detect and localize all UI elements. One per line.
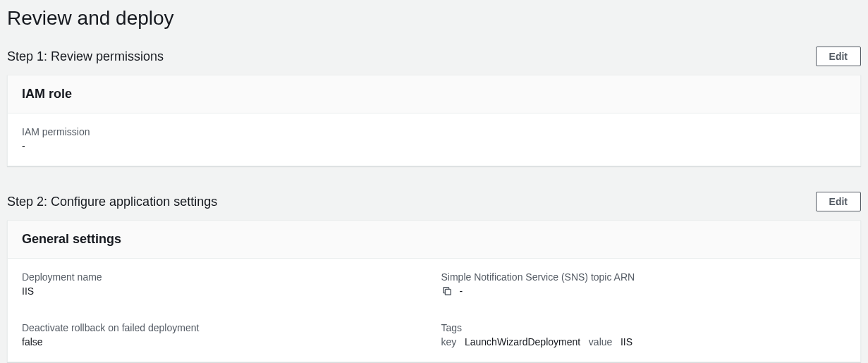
tags-value-line: key LaunchWizardDeployment value IIS [441,336,847,347]
step1-edit-button[interactable]: Edit [816,47,861,66]
iam-role-panel-body: IAM permission - [8,113,860,166]
deployment-name-value: IIS [22,285,427,297]
rollback-label: Deactivate rollback on failed deployment [22,322,427,333]
tags-key-prefix: key [441,336,457,347]
deployment-name-label: Deployment name [22,271,427,283]
copy-icon[interactable] [441,285,453,297]
sns-topic-group: Simple Notification Service (SNS) topic … [441,271,847,297]
step2-edit-button[interactable]: Edit [816,192,861,211]
step2-header: Step 2: Configure application settings E… [7,192,861,211]
svg-rect-0 [445,289,451,295]
deployment-name-group: Deployment name IIS [22,271,427,297]
tags-value-prefix: value [589,336,612,347]
general-settings-panel-header: General settings [8,221,860,259]
rollback-group: Deactivate rollback on failed deployment… [22,322,427,347]
sns-topic-value: - [460,285,463,297]
iam-role-panel: IAM role IAM permission - [7,75,861,166]
general-settings-panel-body: Deployment name IIS Simple Notification … [8,259,860,362]
tags-group: Tags key LaunchWizardDeployment value II… [441,322,847,347]
iam-permission-value: - [22,140,846,152]
rollback-value: false [22,336,427,347]
page-title: Review and deploy [7,7,861,30]
tags-label: Tags [441,322,847,333]
step1-header: Step 1: Review permissions Edit [7,47,861,66]
sns-topic-label: Simple Notification Service (SNS) topic … [441,271,847,283]
iam-permission-label: IAM permission [22,126,846,137]
general-settings-panel-title: General settings [22,232,846,247]
general-settings-panel: General settings Deployment name IIS Sim… [7,220,861,362]
tags-value-value: IIS [621,336,632,347]
step2-title: Step 2: Configure application settings [7,195,217,209]
tags-key-value: LaunchWizardDeployment [465,336,580,347]
iam-role-panel-title: IAM role [22,87,846,101]
step1-title: Step 1: Review permissions [7,49,164,64]
iam-role-panel-header: IAM role [8,75,860,113]
